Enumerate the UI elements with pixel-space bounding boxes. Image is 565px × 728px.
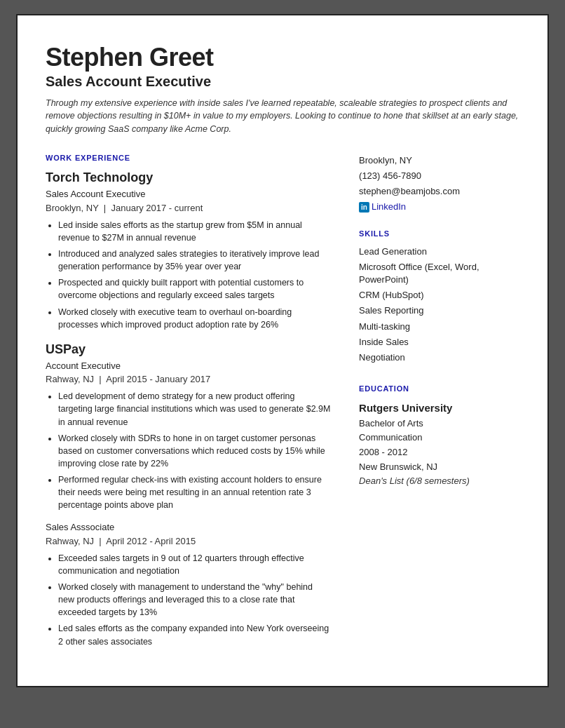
skill-item: Negotiation [359, 351, 519, 364]
contact-location: Brooklyn, NY [359, 153, 519, 168]
job-entry-3: Sales Asssociate Rahway, NJ | April 2012… [46, 521, 331, 647]
skills-list: Lead Generation Microsoft Office (Excel,… [359, 245, 519, 365]
job-bullets-1: Led inside sales efforts as the startup … [46, 219, 331, 331]
job-dates-1: January 2017 - current [111, 203, 203, 213]
bullet-item: Led sales efforts as the company expande… [58, 622, 331, 647]
work-experience-section-title: WORK EXPERIENCE [46, 153, 331, 163]
skills-section-title: SKILLS [359, 229, 519, 239]
contact-email: stephen@beamjobs.com [359, 184, 519, 199]
resume-header: Stephen Greet Sales Account Executive Th… [46, 43, 519, 136]
job-title-2: Account Executive [46, 360, 331, 372]
job-company-1: Torch Technology [46, 169, 331, 187]
job-location-2: Rahway, NJ [46, 374, 94, 384]
job-location-3: Rahway, NJ [46, 536, 94, 546]
education-section-title: EDUCATION [359, 384, 519, 394]
bullet-item: Exceeded sales targets in 9 out of 12 qu… [58, 552, 331, 577]
job-company-2: USPay [46, 341, 331, 358]
left-column: WORK EXPERIENCE Torch Technology Sales A… [46, 153, 331, 658]
job-bullets-3: Exceeded sales targets in 9 out of 12 qu… [46, 552, 331, 648]
bullet-item: Introduced and analyzed sales strategies… [58, 248, 331, 273]
job-location-date-3: Rahway, NJ | April 2012 - April 2015 [46, 535, 331, 548]
resume-document: Stephen Greet Sales Account Executive Th… [16, 14, 549, 687]
skill-item: Inside Sales [359, 336, 519, 349]
job-title-1: Sales Account Executive [46, 188, 331, 201]
job-dates-2: April 2015 - January 2017 [106, 374, 210, 384]
skill-item: CRM (HubSpot) [359, 289, 519, 302]
job-location-date-2: Rahway, NJ | April 2015 - January 2017 [46, 373, 331, 386]
bullet-item: Led inside sales efforts as the startup … [58, 219, 331, 244]
bullet-item: Worked closely with management to unders… [58, 581, 331, 619]
job-location-1: Brooklyn, NY [46, 203, 99, 213]
bullet-item: Worked closely with executive team to ov… [58, 306, 331, 331]
right-column: Brooklyn, NY (123) 456-7890 stephen@beam… [359, 153, 519, 658]
job-title-3: Sales Asssociate [46, 521, 331, 534]
edu-degree: Bachelor of Arts [359, 417, 519, 431]
job-location-date-1: Brooklyn, NY | January 2017 - current [46, 202, 331, 215]
candidate-title: Sales Account Executive [46, 72, 519, 91]
skill-item: Multi-tasking [359, 321, 519, 333]
edu-deans-list: Dean's List (6/8 semesters) [359, 475, 519, 487]
candidate-summary: Through my extensive experience with ins… [46, 97, 519, 136]
bullet-item: Led development of demo strategy for a n… [58, 390, 331, 428]
skill-item: Lead Generation [359, 245, 519, 258]
contact-section: Brooklyn, NY (123) 456-7890 stephen@beam… [359, 153, 519, 215]
job-dates-3: April 2012 - April 2015 [106, 536, 196, 546]
job-bullets-2: Led development of demo strategy for a n… [46, 390, 331, 511]
edu-years: 2008 - 2012 [359, 445, 519, 460]
bullet-item: Worked closely with SDRs to hone in on t… [58, 432, 331, 470]
edu-school-name: Rutgers University [359, 400, 519, 415]
bullet-item: Performed regular check-ins with existin… [58, 473, 331, 511]
candidate-name: Stephen Greet [46, 43, 519, 72]
edu-location: New Brunswick, NJ [359, 460, 519, 475]
contact-phone: (123) 456-7890 [359, 168, 519, 184]
job-entry-1: Torch Technology Sales Account Executive… [46, 169, 331, 331]
job-entry-2: USPay Account Executive Rahway, NJ | Apr… [46, 341, 331, 512]
bullet-item: Prospected and quickly built rapport wit… [58, 276, 331, 302]
edu-major: Communication [359, 431, 519, 445]
linkedin-link[interactable]: LinkedIn [372, 201, 406, 212]
skill-item: Sales Reporting [359, 304, 519, 317]
skill-item: Microsoft Office (Excel, Word, PowerPoin… [359, 261, 519, 286]
contact-linkedin[interactable]: inLinkedIn [359, 199, 519, 215]
linkedin-badge-icon: in [359, 202, 369, 213]
